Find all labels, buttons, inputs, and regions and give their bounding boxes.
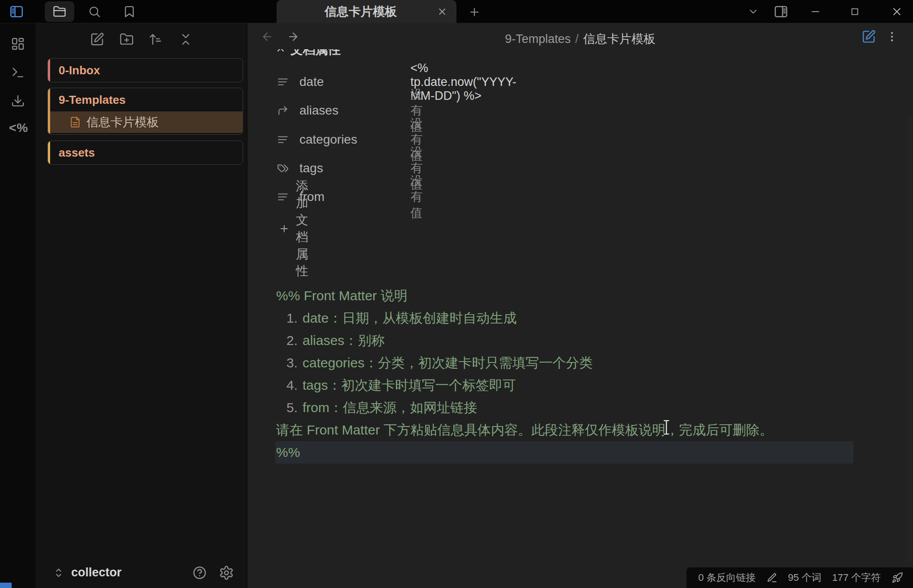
right-sidebar-toggle-icon[interactable] (773, 0, 789, 23)
breadcrumb-separator: / (571, 32, 583, 46)
new-folder-icon[interactable] (119, 32, 134, 47)
file-name: 信息卡片模板 (86, 114, 159, 130)
search-icon[interactable] (88, 5, 101, 18)
folder-9-templates[interactable]: 9-Templates 信息卡片模板 (47, 88, 243, 135)
window-minimize-icon[interactable] (810, 0, 821, 23)
help-icon[interactable] (192, 565, 207, 580)
bookmark-icon[interactable] (123, 5, 136, 18)
breadcrumb-file[interactable]: 信息卡片模板 (583, 32, 656, 46)
terminal-icon[interactable] (11, 65, 25, 80)
folder-0-inbox[interactable]: 0-Inbox (47, 58, 243, 82)
text-property-icon (277, 76, 289, 88)
window-maximize-icon[interactable] (849, 0, 861, 23)
editor-content[interactable]: 文档属性 date <% tp.date.now("YYYY-MM-DD") %… (247, 49, 913, 588)
property-name[interactable]: categories (299, 132, 357, 147)
list-property-icon (277, 134, 289, 145)
left-ribbon: <% (0, 23, 36, 588)
text-cursor-pointer (661, 419, 672, 436)
document-icon (69, 116, 81, 128)
properties-heading-label: 文档属性 (290, 49, 341, 58)
left-sidebar-toggle-icon[interactable] (9, 4, 24, 19)
active-comment-line[interactable]: %% (275, 441, 853, 464)
tab-title: 信息卡片模板 (324, 4, 409, 20)
list-item-line[interactable]: 4.tags：初次建卡时填写一个标签即可 (247, 374, 875, 396)
dashboard-grid-icon[interactable] (11, 37, 25, 51)
pencil-edit-icon[interactable] (767, 572, 777, 583)
vault-switcher[interactable]: collector (36, 565, 247, 582)
edit-mode-toggle-icon[interactable] (862, 30, 876, 44)
templates-accent-bar (48, 88, 50, 134)
properties-heading[interactable]: 文档属性 (275, 49, 341, 57)
list-item-line[interactable]: 2.aliases：别称 (247, 329, 875, 352)
property-value[interactable]: <% tp.date.now("YYYY-MM-DD") %> (410, 61, 516, 103)
folder-assets[interactable]: assets (47, 141, 243, 165)
editor-pane: 9-Templates/信息卡片模板 文档属性 date <% tp.date.… (247, 23, 913, 588)
collapse-all-icon[interactable] (179, 32, 193, 47)
more-options-icon[interactable] (886, 30, 898, 43)
sort-order-icon[interactable] (149, 32, 163, 47)
backlinks-count[interactable]: 0 条反向链接 (698, 571, 755, 584)
plus-icon (279, 223, 290, 234)
folder-name: 9-Templates (48, 88, 243, 111)
property-name[interactable]: tags (299, 161, 323, 175)
rocket-icon[interactable] (892, 572, 903, 584)
templater-icon[interactable]: <% (9, 121, 28, 135)
new-note-icon[interactable] (90, 32, 104, 47)
comment-line[interactable]: 请在 Front Matter 下方粘贴信息具体内容。此段注释仅作模板说明，完成… (247, 419, 875, 441)
files-nav-icon[interactable] (53, 5, 66, 18)
new-tab-icon[interactable] (468, 6, 481, 18)
property-name[interactable]: date (299, 75, 324, 89)
file-item-selected[interactable]: 信息卡片模板 (48, 111, 243, 133)
list-item-line[interactable]: 5.from：信息来源，如网址链接 (247, 396, 875, 419)
property-value[interactable]: 没有值 (410, 173, 422, 221)
tab-list-chevron-icon[interactable] (747, 0, 759, 23)
inbox-accent-bar (48, 59, 50, 82)
property-name[interactable]: aliases (299, 103, 338, 118)
sync-indicator (0, 583, 12, 588)
editor-scrollbar[interactable] (908, 115, 912, 562)
tab-close-icon[interactable] (437, 6, 448, 17)
add-property-label: 添加文档属性 (296, 178, 308, 280)
status-bar: 0 条反向链接 95 个词 177 个字符 (687, 567, 913, 588)
word-count[interactable]: 95 个词 (788, 571, 822, 584)
aliases-property-icon (277, 105, 289, 116)
comment-line[interactable]: %% Front Matter 说明 (247, 285, 875, 307)
folder-name: 0-Inbox (48, 59, 243, 82)
view-header: 9-Templates/信息卡片模板 (247, 23, 913, 49)
tags-property-icon (277, 162, 289, 174)
file-explorer: 0-Inbox 9-Templates 信息卡片模板 assets collec… (36, 23, 247, 588)
tab-active[interactable]: 信息卡片模板 (277, 0, 456, 23)
character-count[interactable]: 177 个字符 (832, 571, 881, 584)
list-item-line[interactable]: 3.categories：分类，初次建卡时只需填写一个分类 (247, 352, 875, 374)
settings-gear-icon[interactable] (219, 565, 234, 580)
collapse-chevron-icon[interactable] (275, 49, 286, 55)
text-property-icon (277, 191, 289, 203)
breadcrumb-folder[interactable]: 9-Templates (505, 32, 571, 46)
vault-name: collector (71, 566, 122, 579)
list-item-line[interactable]: 1.date：日期，从模板创建时自动生成 (247, 307, 875, 329)
window-close-icon[interactable] (891, 0, 903, 23)
breadcrumb: 9-Templates/信息卡片模板 (247, 31, 913, 47)
download-icon[interactable] (11, 94, 25, 108)
assets-accent-bar (48, 141, 50, 164)
folder-name: assets (48, 141, 243, 164)
title-bar: 信息卡片模板 (0, 0, 913, 23)
vault-chevrons-icon (52, 567, 65, 579)
